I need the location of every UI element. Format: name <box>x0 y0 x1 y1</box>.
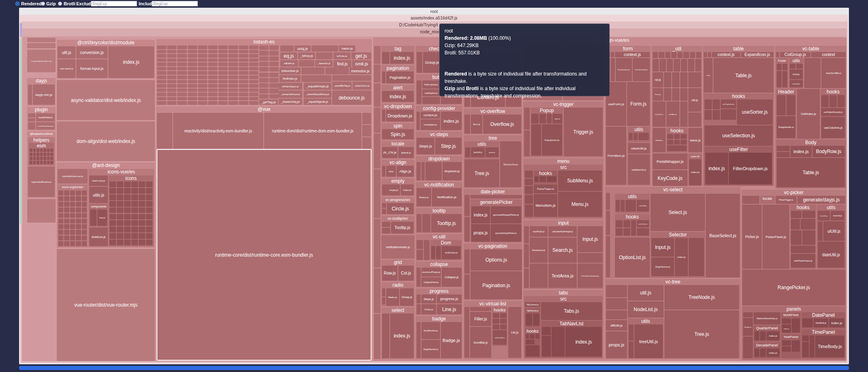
treemap-cell[interactable] <box>117 182 123 187</box>
treemap-cell[interactable] <box>500 313 507 318</box>
treemap-cell[interactable] <box>117 208 123 213</box>
treemap-cell[interactable] <box>157 84 166 88</box>
treemap-cell[interactable] <box>131 201 138 207</box>
treemap-cell[interactable]: Cell/index.js <box>797 89 820 139</box>
treemap-cell[interactable]: stickyScrollBar.js <box>821 58 846 88</box>
treemap-cell[interactable] <box>542 327 551 335</box>
treemap-cell[interactable] <box>382 110 385 121</box>
treemap-cell[interactable]: index.js <box>390 314 414 358</box>
treemap-cell[interactable] <box>802 318 813 327</box>
treemap-cell[interactable] <box>218 93 228 96</box>
treemap-cell[interactable] <box>33 149 36 152</box>
treemap-cell[interactable] <box>110 233 116 239</box>
treemap-cell[interactable] <box>422 97 440 104</box>
treemap-cell[interactable] <box>374 268 380 313</box>
treemap-cell[interactable] <box>157 80 166 84</box>
treemap-cell[interactable]: Options.js <box>471 249 522 270</box>
treemap-cell[interactable]: ClearableLabeledInput.js <box>578 264 603 288</box>
treemap-cell[interactable]: Tree.js <box>464 159 499 187</box>
treemap-cell[interactable] <box>259 51 269 55</box>
treemap-cell[interactable]: omit.js <box>352 60 371 67</box>
treemap-cell[interactable] <box>829 95 837 107</box>
treemap-cell[interactable] <box>249 101 258 105</box>
treemap-cell[interactable] <box>157 113 172 149</box>
treemap-cell[interactable] <box>218 80 228 84</box>
treemap-cell[interactable] <box>362 137 371 149</box>
treemap-cell[interactable]: Tooltip.js <box>431 214 462 232</box>
treemap-cell[interactable]: NodeList.js <box>628 301 664 318</box>
treemap-cell[interactable]: context.js <box>712 52 740 57</box>
treemap-cell[interactable] <box>606 298 627 309</box>
treemap-cell[interactable]: Spin.js <box>382 129 414 139</box>
treemap-cell[interactable] <box>760 348 766 357</box>
treemap-cell[interactable]: _arrayLikeKeys.js <box>279 91 302 98</box>
treemap-cell[interactable] <box>382 314 389 358</box>
treemap-cell[interactable] <box>47 153 50 156</box>
treemap-cell[interactable]: Select.js <box>651 194 705 231</box>
treemap-cell[interactable]: Menu.js <box>558 192 602 217</box>
treemap-cell[interactable] <box>623 228 630 236</box>
treemap-cell[interactable] <box>382 184 388 195</box>
treemap-cell[interactable]: Badge.js <box>441 322 462 358</box>
treemap-cell[interactable] <box>606 236 610 277</box>
treemap-cell[interactable] <box>40 161 43 164</box>
treemap-cell[interactable] <box>713 110 720 120</box>
treemap-cell[interactable] <box>249 45 258 49</box>
treemap-cell[interactable] <box>37 153 39 156</box>
treemap-cell[interactable] <box>177 76 187 79</box>
treemap-cell[interactable] <box>424 240 430 260</box>
treemap-cell[interactable] <box>110 208 116 213</box>
treemap-cell[interactable] <box>667 140 673 145</box>
treemap-cell[interactable] <box>269 45 279 50</box>
treemap-cell[interactable]: Collapse.js <box>442 268 462 287</box>
treemap-cell[interactable] <box>76 202 81 207</box>
treemap-cell[interactable] <box>228 58 238 62</box>
treemap-cell[interactable] <box>64 236 69 240</box>
treemap-cell[interactable] <box>810 335 814 357</box>
treemap-cell[interactable] <box>82 202 87 207</box>
treemap-cell[interactable]: useSorter.js <box>737 99 773 125</box>
treemap-cell[interactable]: toNumber.js <box>279 67 301 74</box>
treemap-cell[interactable] <box>374 83 380 107</box>
treemap-cell[interactable] <box>218 63 228 66</box>
treemap-cell[interactable]: ScrollNumber.js <box>421 322 440 339</box>
treemap-cell[interactable]: Search.js <box>548 238 577 263</box>
treemap-cell[interactable]: default.js <box>398 147 414 158</box>
treemap-cell[interactable] <box>708 52 711 57</box>
treemap-cell[interactable]: useFlattenRecords.js <box>821 108 845 116</box>
treemap-cell[interactable]: dom-align/dist-web/index.js <box>57 121 155 161</box>
treemap-cell[interactable]: regeneratorRuntime.js <box>28 167 55 197</box>
treemap-cell[interactable]: toFinite.js <box>333 52 350 59</box>
treemap-cell[interactable]: PortalWrapper.js <box>653 154 688 169</box>
treemap-cell[interactable] <box>157 45 166 49</box>
treemap-cell[interactable] <box>157 93 166 96</box>
treemap-cell[interactable] <box>131 233 138 239</box>
treemap-cell[interactable]: index.js <box>552 114 562 123</box>
treemap-cell[interactable]: Filler.js <box>470 312 491 326</box>
treemap-cell[interactable] <box>117 227 123 232</box>
treemap-cell[interactable]: button-group.js <box>422 80 440 89</box>
treemap-cell[interactable] <box>239 93 248 96</box>
treemap-cell[interactable]: Notification.js <box>432 188 462 206</box>
treemap-cell[interactable]: runtime-dom/dist/runtime-dom.esm-bundler… <box>264 113 361 149</box>
treemap-cell[interactable]: TimeBody.js <box>815 335 844 357</box>
treemap-cell[interactable] <box>629 342 634 358</box>
treemap-cell[interactable]: findIndex.js <box>279 75 301 82</box>
treemap-cell[interactable] <box>616 200 620 212</box>
treemap-cell[interactable]: localeData.js <box>36 113 55 121</box>
treemap-cell[interactable]: useColumns.js <box>821 117 845 138</box>
treemap-cell[interactable] <box>37 149 39 152</box>
treemap-cell[interactable]: usePickerInput.js <box>791 254 815 268</box>
treemap-cell[interactable]: ExpandIcon.js <box>741 52 773 57</box>
treemap-cell[interactable]: fixUtil.js <box>790 69 803 79</box>
treemap-cell[interactable] <box>58 236 63 240</box>
treemap-cell[interactable] <box>218 45 228 49</box>
treemap-cell[interactable] <box>64 202 69 207</box>
treemap-cell[interactable] <box>188 89 197 92</box>
treemap-cell[interactable] <box>157 89 166 92</box>
treemap-cell[interactable] <box>818 221 823 241</box>
treemap-cell[interactable]: vue-types/dist/vue-types.m.js <box>27 50 56 72</box>
treemap-cell[interactable] <box>417 214 421 232</box>
treemap-cell[interactable] <box>269 56 279 61</box>
treemap-cell[interactable] <box>167 45 176 49</box>
